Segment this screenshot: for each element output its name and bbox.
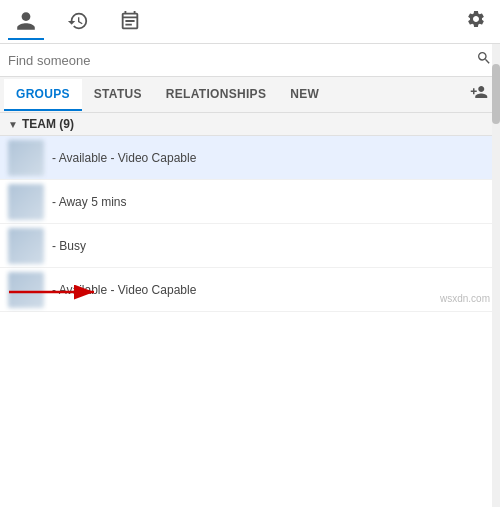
search-input[interactable] <box>8 53 476 68</box>
calendar-nav-icon[interactable] <box>112 4 148 40</box>
expand-triangle-icon: ▼ <box>8 119 18 130</box>
tab-groups[interactable]: GROUPS <box>4 79 82 111</box>
tab-new[interactable]: NEW <box>278 79 331 111</box>
team-label: TEAM (9) <box>22 117 74 131</box>
avatar <box>8 228 44 264</box>
avatar <box>8 184 44 220</box>
watermark: wsxdn.com <box>440 293 490 304</box>
tab-status[interactable]: STATUS <box>82 79 154 111</box>
contact-status: - Available - Video Capable <box>52 151 196 165</box>
top-nav-bar <box>0 0 500 44</box>
search-bar <box>0 44 500 77</box>
contact-item[interactable]: - Busy <box>0 224 500 268</box>
contact-item[interactable]: - Available - Video Capable <box>0 136 500 180</box>
contacts-nav-icon[interactable] <box>8 4 44 40</box>
settings-icon[interactable] <box>460 3 492 40</box>
contact-status: - Busy <box>52 239 86 253</box>
tab-relationships[interactable]: RELATIONSHIPS <box>154 79 278 111</box>
scrollbar[interactable] <box>492 44 500 507</box>
red-arrow-indicator <box>4 282 104 302</box>
contact-item[interactable]: - Away 5 mins <box>0 180 500 224</box>
tab-bar: GROUPS STATUS RELATIONSHIPS NEW <box>0 77 500 113</box>
contact-status: - Away 5 mins <box>52 195 126 209</box>
scroll-thumb[interactable] <box>492 64 500 124</box>
team-header[interactable]: ▼ TEAM (9) <box>0 113 500 136</box>
contacts-area: ▼ TEAM (9) - Available - Video Capable -… <box>0 113 500 312</box>
add-contact-icon[interactable] <box>462 79 496 110</box>
nav-icons <box>8 4 460 40</box>
search-icon[interactable] <box>476 50 492 70</box>
history-nav-icon[interactable] <box>60 4 96 40</box>
avatar <box>8 140 44 176</box>
